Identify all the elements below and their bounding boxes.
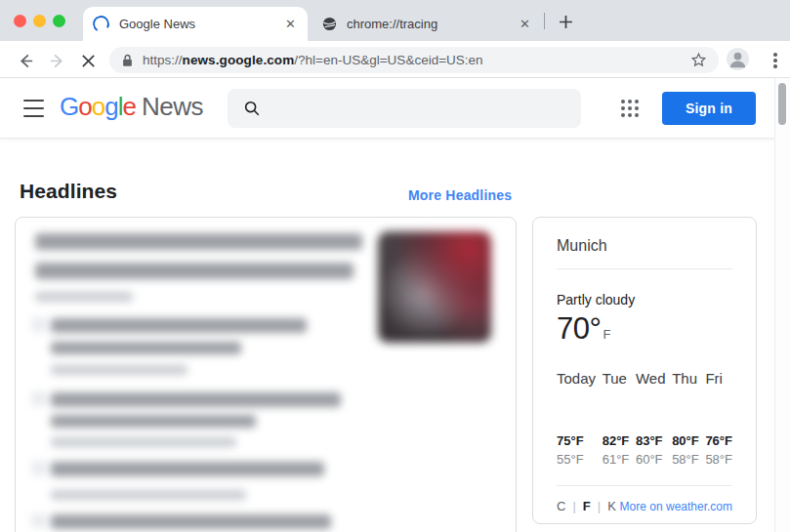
unit-fahrenheit[interactable]: F — [583, 499, 591, 513]
new-tab-button[interactable] — [553, 9, 578, 34]
tab-title: Google News — [119, 17, 275, 31]
forecast-day-column: Wed 83°F 60°F — [636, 370, 666, 467]
window-close-button[interactable] — [14, 15, 26, 27]
google-news-logo[interactable]: GoogleNews — [60, 92, 203, 122]
weather-city: Munich — [557, 237, 732, 255]
article-thumbnail[interactable] — [378, 231, 491, 343]
window-zoom-button[interactable] — [53, 15, 65, 27]
person-icon — [727, 48, 749, 70]
tab-separator — [544, 13, 545, 29]
blurred-bullet — [31, 317, 47, 332]
blurred-source-line — [51, 365, 187, 375]
page-title: Headlines — [20, 180, 117, 203]
site-header: GoogleNews Sign in — [0, 78, 774, 139]
tab-close-icon[interactable]: ✕ — [283, 16, 298, 32]
scrollbar-track[interactable] — [774, 78, 790, 532]
blurred-headline-line[interactable] — [51, 392, 341, 407]
forecast-day-column: Today 75°F 55°F — [557, 370, 596, 467]
forecast-day-column: Fri 76°F 58°F — [705, 370, 732, 467]
globe-icon — [322, 17, 337, 31]
apps-grid-icon — [621, 100, 625, 103]
weather-more-link[interactable]: More on weather.com — [620, 500, 732, 513]
tab-title: chrome://tracing — [347, 17, 510, 31]
browser-toolbar: https://news.google.com/?hl=en-US&gl=US&… — [0, 41, 790, 78]
divider — [557, 268, 732, 269]
weather-icon-placeholder — [557, 387, 596, 433]
blurred-source-line — [51, 490, 246, 500]
bookmark-star-icon — [690, 52, 707, 68]
blurred-headline-line[interactable] — [51, 462, 324, 476]
kebab-menu-icon — [773, 53, 776, 56]
back-icon — [17, 52, 35, 70]
search-icon — [243, 100, 261, 117]
weather-current-unit: F — [603, 327, 610, 342]
weather-icon-placeholder — [705, 387, 732, 433]
blurred-headline-line[interactable] — [51, 318, 307, 333]
window-minimize-button[interactable] — [33, 15, 46, 27]
profile-avatar[interactable] — [727, 48, 749, 70]
unit-kelvin[interactable]: K — [607, 499, 616, 513]
tab-chrome-tracing[interactable]: chrome://tracing ✕ — [312, 7, 542, 41]
address-bar[interactable]: https://news.google.com/?hl=en-US&gl=US&… — [109, 47, 719, 73]
divider — [557, 485, 732, 486]
browser-window: Google News ✕ chrome://tracing ✕ — [0, 0, 790, 532]
blurred-headline-line[interactable] — [51, 514, 331, 529]
hamburger-menu-button[interactable] — [23, 99, 49, 118]
bookmark-button[interactable] — [690, 52, 707, 68]
forecast-day-column: Thu 80°F 58°F — [672, 370, 699, 467]
weather-widget: Munich Partly cloudy 70°F Today 75°F 55°… — [532, 217, 757, 524]
tab-google-news[interactable]: Google News ✕ — [83, 7, 308, 41]
blurred-headline-line[interactable] — [51, 415, 256, 428]
weather-current-temp: 70°F — [557, 311, 732, 347]
weather-icon-placeholder — [636, 387, 666, 433]
stop-icon — [80, 53, 97, 69]
url-scheme: https:// — [143, 53, 183, 67]
weather-icon-placeholder — [603, 387, 630, 433]
forecast-day-column: Tue 82°F 61°F — [603, 370, 630, 467]
weather-forecast: Today 75°F 55°F Tue 82°F 61°F Wed 83°F 6… — [557, 370, 732, 467]
tab-strip: Google News ✕ chrome://tracing ✕ — [0, 0, 790, 41]
plus-icon — [559, 15, 573, 29]
scrollbar-thumb[interactable] — [778, 83, 786, 125]
loading-spinner-icon — [91, 14, 111, 34]
url-domain: news.google.com — [183, 53, 295, 67]
stop-loading-button[interactable] — [75, 48, 101, 73]
blurred-headline-line[interactable] — [35, 263, 353, 279]
search-input[interactable] — [228, 89, 581, 128]
tab-close-icon[interactable]: ✕ — [518, 16, 532, 32]
back-button[interactable] — [13, 48, 38, 73]
forward-icon — [48, 52, 66, 70]
more-headlines-link[interactable]: More Headlines — [408, 187, 512, 203]
url-path: /?hl=en-US&gl=US&ceid=US:en — [294, 53, 482, 67]
blurred-headline-line[interactable] — [51, 342, 241, 354]
blurred-bullet — [31, 391, 47, 406]
hamburger-menu-icon — [23, 100, 44, 102]
blurred-headline-line[interactable] — [35, 233, 362, 250]
blurred-bullet — [31, 461, 47, 475]
headlines-card — [15, 217, 517, 532]
lock-icon — [121, 54, 134, 67]
sign-in-button[interactable]: Sign in — [662, 92, 756, 125]
blurred-source-line — [51, 437, 236, 447]
blurred-bullet — [31, 513, 47, 528]
browser-menu-button[interactable] — [764, 48, 787, 73]
apps-grid-button[interactable] — [619, 98, 641, 119]
weather-icon-placeholder — [672, 387, 699, 433]
weather-condition: Partly cloudy — [557, 292, 732, 307]
unit-selector: C | F | K — [557, 499, 616, 513]
url-text: https://news.google.com/?hl=en-US&gl=US&… — [143, 53, 483, 67]
logo-news-text: News — [142, 92, 203, 121]
weather-footer: C | F | K More on weather.com — [557, 499, 732, 513]
forward-button[interactable] — [44, 48, 69, 73]
unit-celsius[interactable]: C — [557, 499, 565, 513]
blurred-source-line — [35, 292, 133, 302]
